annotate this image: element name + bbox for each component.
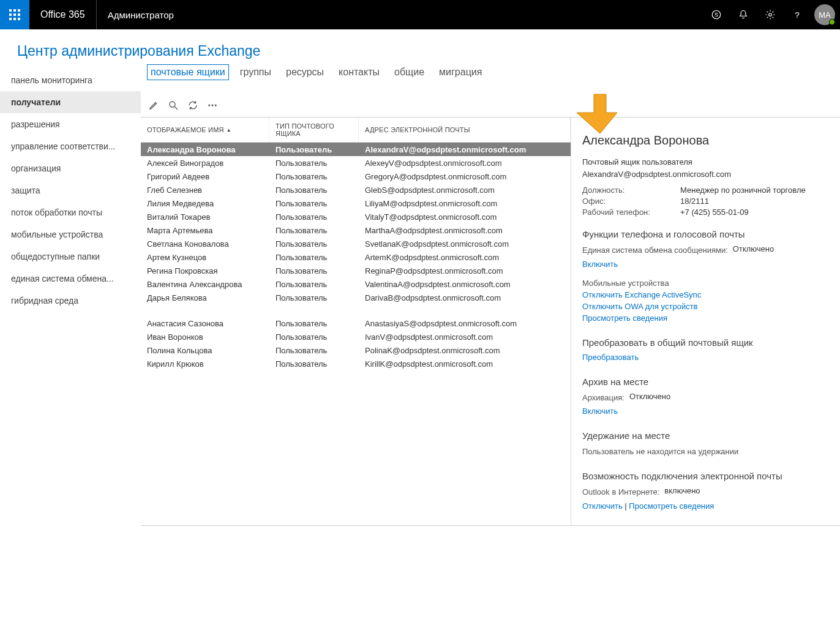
table-row[interactable]: Лилия МедведеваПользовательLiliyaM@odpsd…	[141, 197, 571, 210]
table-row[interactable]: Глеб СелезневПользовательGlebS@odpsdptes…	[141, 183, 571, 197]
cell-type: Пользователь	[269, 253, 359, 262]
archive-enable-link[interactable]: Включить	[582, 407, 618, 416]
sidebar-item[interactable]: получатели	[0, 91, 141, 113]
cell-type: Пользователь	[269, 185, 359, 195]
cell-email: SvetlanaK@odpsdptest.onmicrosoft.com	[359, 239, 571, 249]
table-row[interactable]: Александра ВороноваПользовательAlexandra…	[141, 143, 571, 156]
cell-type: Пользователь	[269, 159, 359, 168]
sidebar-item[interactable]: панель мониторинга	[0, 69, 141, 91]
column-header-name[interactable]: ОТОБРАЖАЕМОЕ ИМЯ	[141, 118, 269, 142]
tab[interactable]: почтовые ящики	[148, 66, 228, 79]
tab[interactable]: группы	[238, 66, 274, 79]
column-header-type[interactable]: ТИП ПОЧТОВОГО ЯЩИКА	[269, 118, 359, 142]
table-row[interactable]: Полина КольцоваПользовательPolinaK@odpsd…	[141, 343, 571, 357]
sidebar-item[interactable]: гибридная среда	[0, 290, 141, 312]
cell-type: Пользователь	[269, 172, 359, 181]
table-row[interactable]: Светлана КоноваловаПользовательSvetlanaK…	[141, 237, 571, 250]
cell-email: PolinaK@odpsdptest.onmicrosoft.com	[359, 346, 571, 355]
disable-activesync-link[interactable]: Отключить Exchange ActiveSync	[582, 290, 701, 299]
archive-label: Архивация:	[582, 392, 624, 405]
mobile-devices-label: Мобильные устройства	[582, 277, 829, 290]
details-pane: Александра Воронова Почтовый ящик пользо…	[571, 118, 840, 525]
role-label[interactable]: Администратор	[97, 10, 185, 20]
cell-type: Пользователь	[269, 359, 359, 369]
svg-rect-7	[13, 18, 16, 20]
more-icon[interactable]	[207, 100, 218, 111]
sidebar-item[interactable]: управление соответстви...	[0, 135, 141, 157]
cell-email: AnastasiyaS@odpsdptest.onmicrosoft.com	[359, 319, 571, 328]
search-icon[interactable]	[168, 100, 179, 111]
convert-link[interactable]: Преобразовать	[582, 353, 639, 362]
cell-email: IvanV@odpsdptest.onmicrosoft.com	[359, 332, 571, 342]
edit-icon[interactable]	[148, 100, 159, 111]
tab[interactable]: миграция	[437, 66, 484, 79]
archive-heading: Архив на месте	[582, 377, 829, 387]
owa-disable-link[interactable]: Отключить	[582, 501, 623, 511]
table-row[interactable]: Кирилл КрюковПользовательKirillK@odpsdpt…	[141, 357, 571, 370]
cell-email: GregoryA@odpsdptest.onmicrosoft.com	[359, 172, 571, 181]
cell-email: AlexandraV@odpsdptest.onmicrosoft.com	[359, 145, 571, 154]
owa-view-details-link[interactable]: Просмотреть сведения	[629, 501, 714, 511]
svg-point-17	[215, 105, 216, 106]
table-row[interactable]: Дарья БеляковаПользовательDarivaB@odpsdp…	[141, 291, 571, 304]
tab[interactable]: контакты	[336, 66, 382, 79]
svg-point-15	[209, 105, 210, 106]
cell-email: AlexeyV@odpsdptest.onmicrosoft.com	[359, 159, 571, 168]
sidebar-item[interactable]: разрешения	[0, 113, 141, 135]
svg-point-16	[212, 105, 213, 106]
cell-type: Пользователь	[269, 332, 359, 342]
um-enable-link[interactable]: Включить	[582, 260, 618, 269]
avatar-initials: MA	[819, 10, 831, 20]
disable-owa-devices-link[interactable]: Отключить OWA для устройств	[582, 302, 698, 311]
settings-icon[interactable]	[757, 0, 784, 29]
table-row[interactable]: Виталий ТокаревПользовательVitalyT@odpsd…	[141, 210, 571, 223]
attention-arrow-icon	[576, 92, 624, 143]
cell-name: Валентина Александрова	[141, 280, 269, 289]
svg-rect-0	[9, 9, 12, 12]
cell-email: DarivaB@odpsdptest.onmicrosoft.com	[359, 293, 571, 302]
tab[interactable]: общие	[392, 66, 427, 79]
archive-value: Отключено	[629, 392, 670, 405]
um-label: Единая система обмена сообщениями:	[582, 244, 728, 257]
cell-type: Пользователь	[269, 280, 359, 289]
table-row[interactable]: Марта АртемьеваПользовательMarthaA@odpsd…	[141, 223, 571, 237]
toolbar	[141, 90, 840, 117]
table-row[interactable]: Григорий АвдеевПользовательGregoryA@odps…	[141, 170, 571, 183]
table-row[interactable]: Артем КузнецовПользовательArtemK@odpsdpt…	[141, 250, 571, 264]
details-email: AlexandraV@odpsdptest.onmicrosoft.com	[582, 168, 829, 181]
convert-shared-heading: Преобразовать в общий почтовый ящик	[582, 337, 829, 348]
presence-indicator	[829, 19, 835, 25]
table-row[interactable]: Регина ПокровскаяПользовательReginaP@odp…	[141, 264, 571, 277]
avatar[interactable]: MA	[814, 4, 835, 25]
owa-label: Outlook в Интернете:	[582, 486, 659, 499]
notifications-icon[interactable]	[730, 0, 757, 29]
view-mobile-details-link[interactable]: Просмотреть сведения	[582, 313, 667, 323]
sidebar-item[interactable]: мобильные устройства	[0, 223, 141, 245]
cell-type: Пользователь	[269, 266, 359, 275]
email-connectivity-heading: Возможность подключения электронной почт…	[582, 471, 829, 481]
column-header-email[interactable]: АДРЕС ЭЛЕКТРОННОЙ ПОЧТЫ	[359, 118, 571, 142]
app-launcher-icon[interactable]	[0, 0, 29, 29]
tab[interactable]: ресурсы	[283, 66, 326, 79]
cell-name: Марта Артемьева	[141, 226, 269, 235]
table-row[interactable]: Алексей ВиноградовПользовательAlexeyV@od…	[141, 156, 571, 170]
table-row[interactable]: Иван ВоронковПользовательIvanV@odpsdptes…	[141, 330, 571, 343]
sidebar-item[interactable]: общедоступные папки	[0, 245, 141, 268]
mailbox-table: ОТОБРАЖАЕМОЕ ИМЯ ТИП ПОЧТОВОГО ЯЩИКА АДР…	[141, 118, 571, 525]
cell-email: GlebS@odpsdptest.onmicrosoft.com	[359, 185, 571, 195]
refresh-icon[interactable]	[187, 100, 198, 111]
table-row-separator	[141, 304, 571, 317]
position-value: Менеджер по розничной торговле	[680, 185, 829, 195]
phone-label: Рабочий телефон:	[582, 208, 680, 217]
cell-email: KirillK@odpsdptest.onmicrosoft.com	[359, 359, 571, 369]
help-icon[interactable]: ?	[784, 0, 811, 29]
table-row[interactable]: Анастасия СазоноваПользовательAnastasiya…	[141, 317, 571, 330]
hold-heading: Удержание на месте	[582, 430, 829, 441]
sidebar-item[interactable]: единая система обмена...	[0, 268, 141, 290]
table-row[interactable]: Валентина АлександроваПользовательValent…	[141, 277, 571, 291]
sidebar-item[interactable]: защита	[0, 179, 141, 201]
sidebar-item[interactable]: организация	[0, 157, 141, 179]
skype-icon[interactable]: S	[703, 0, 730, 29]
sidebar-item[interactable]: поток обработки почты	[0, 201, 141, 223]
cell-name: Дарья Белякова	[141, 293, 269, 302]
